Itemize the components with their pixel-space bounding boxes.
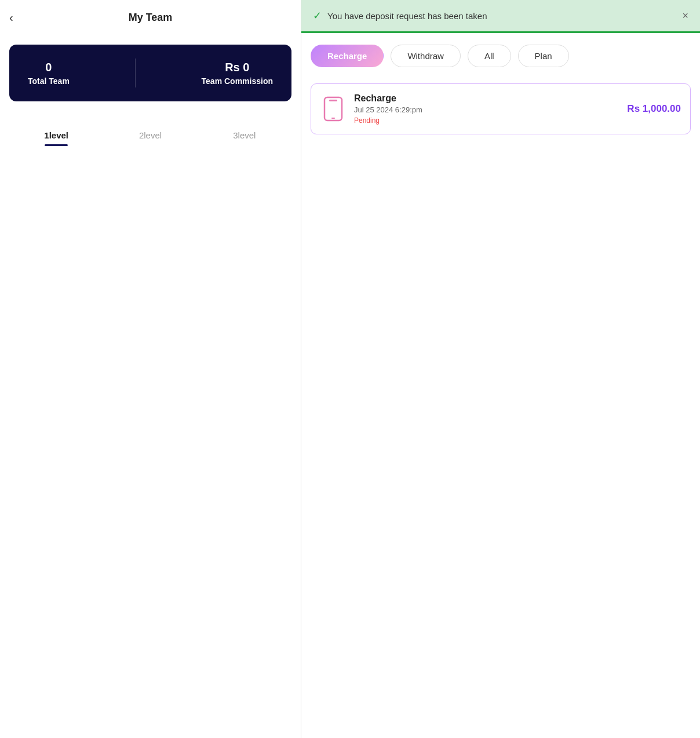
back-button[interactable]: ‹ <box>9 11 13 24</box>
tab-2level[interactable]: 2level <box>103 125 197 146</box>
page-title: My Team <box>129 12 173 24</box>
stats-card: 0 Total Team Rs 0 Team Commission <box>9 45 291 101</box>
transaction-amount: Rs 1,000.00 <box>627 103 681 115</box>
transaction-info: Recharge Jul 25 2024 6:29:pm Pending <box>354 93 619 125</box>
filter-tab-plan[interactable]: Plan <box>518 45 569 67</box>
back-icon: ‹ <box>9 11 13 24</box>
total-team-label: Total Team <box>28 76 70 86</box>
left-panel: ‹ My Team 0 Total Team Rs 0 Team Commiss… <box>0 0 301 738</box>
tab-3level[interactable]: 3level <box>198 125 291 146</box>
transaction-date: Jul 25 2024 6:29:pm <box>354 105 619 114</box>
filter-tabs: Recharge Withdraw All Plan <box>301 33 700 79</box>
filter-tab-all[interactable]: All <box>468 45 511 67</box>
tab-1level[interactable]: 1level <box>9 125 103 146</box>
commission-block: Rs 0 Team Commission <box>202 61 273 86</box>
total-team-value: 0 <box>45 61 52 74</box>
commission-value: Rs 0 <box>225 61 249 74</box>
transaction-list: Recharge Jul 25 2024 6:29:pm Pending Rs … <box>301 79 700 738</box>
toast-content: ✓ You have deposit request has been take… <box>313 9 487 22</box>
svg-rect-1 <box>329 100 337 101</box>
left-header: ‹ My Team <box>0 0 301 35</box>
toast-notification: ✓ You have deposit request has been take… <box>301 0 700 33</box>
commission-label: Team Commission <box>202 76 273 86</box>
transaction-status: Pending <box>354 116 619 125</box>
right-panel: ✓ You have deposit request has been take… <box>301 0 700 738</box>
transaction-title: Recharge <box>354 93 619 104</box>
stat-divider <box>135 59 136 87</box>
svg-rect-2 <box>331 118 335 119</box>
filter-tab-withdraw[interactable]: Withdraw <box>391 45 461 67</box>
toast-close-button[interactable]: × <box>682 10 688 21</box>
total-team-block: 0 Total Team <box>28 61 70 86</box>
toast-message: You have deposit request has been taken <box>327 11 487 21</box>
check-icon: ✓ <box>313 9 322 22</box>
filter-tab-recharge[interactable]: Recharge <box>311 45 384 67</box>
level-tabs: 1level 2level 3level <box>0 120 301 151</box>
transaction-phone-icon <box>320 96 346 122</box>
transaction-card: Recharge Jul 25 2024 6:29:pm Pending Rs … <box>311 83 691 134</box>
